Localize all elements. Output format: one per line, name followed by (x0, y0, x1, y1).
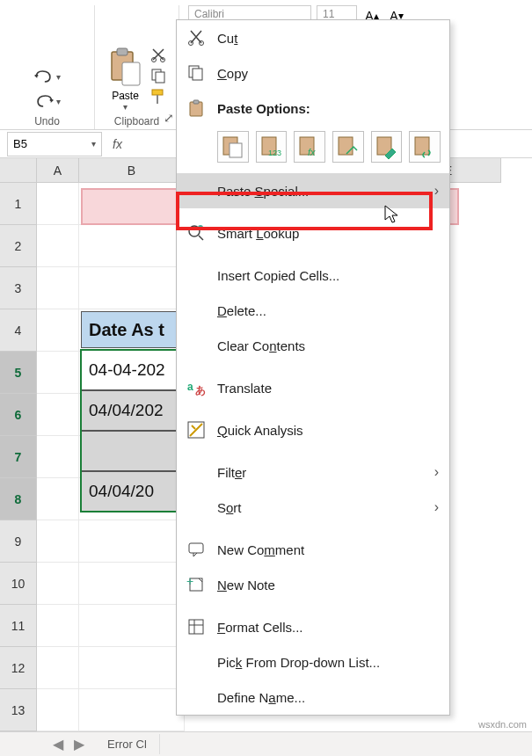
svg-text:123: 123 (268, 149, 281, 157)
row-header[interactable]: 13 (0, 689, 37, 731)
translate-icon: aあ (186, 377, 207, 398)
menu-format-cells[interactable]: Format Cells... (177, 609, 449, 644)
menu-paste-options-label: Paste Options: (177, 91, 449, 126)
menu-paste-special[interactable]: Paste Special... › (177, 173, 449, 208)
row-header[interactable]: 7 (0, 436, 37, 478)
quick-analysis-icon (186, 419, 207, 440)
chevron-right-icon: › (434, 183, 439, 199)
menu-filter[interactable]: Filter › (177, 454, 449, 490)
menu-insert-copied[interactable]: Insert Copied Cells... (177, 258, 449, 293)
name-box[interactable]: B5 ▾ (7, 132, 102, 156)
paste-opt-link[interactable] (409, 131, 441, 163)
row-header[interactable]: 6 (0, 394, 37, 436)
menu-cut[interactable]: Cut (177, 20, 449, 55)
menu-smart-lookup[interactable]: Smart Lookup (177, 215, 449, 251)
svg-rect-12 (193, 69, 202, 80)
row-header[interactable]: 8 (0, 478, 37, 520)
row-header[interactable]: 11 (0, 605, 37, 647)
menu-delete[interactable]: Delete... (177, 293, 449, 328)
undo-group-label: Undo (34, 115, 60, 127)
svg-rect-32 (189, 620, 203, 634)
col-header[interactable]: B (79, 158, 185, 183)
cut-icon[interactable] (149, 46, 167, 63)
menu-sort[interactable]: Sort › (177, 490, 449, 525)
row-header[interactable]: 5 (0, 352, 37, 394)
paste-opt-all[interactable] (217, 131, 249, 163)
fx-icon[interactable]: fx (113, 137, 122, 151)
svg-rect-8 (157, 95, 158, 104)
tab-nav-prev-icon[interactable]: ◀ (53, 736, 63, 752)
dialog-launcher-icon[interactable]: ⤢ (164, 111, 174, 125)
paste-opt-transpose[interactable] (332, 131, 364, 163)
svg-text:あ: あ (195, 384, 206, 396)
paste-button[interactable]: Paste ▾ (107, 46, 144, 112)
row-header[interactable]: 9 (0, 520, 37, 563)
row-header[interactable]: 12 (0, 647, 37, 689)
svg-rect-21 (339, 137, 353, 155)
svg-rect-23 (415, 137, 429, 155)
svg-rect-1 (117, 48, 128, 55)
row-header[interactable]: 3 (0, 267, 37, 309)
chevron-down-icon[interactable]: ▾ (56, 97, 61, 106)
search-icon (186, 222, 207, 244)
chevron-down-icon[interactable]: ▾ (123, 102, 128, 112)
svg-text:+: + (186, 575, 193, 588)
tab-nav-next-icon[interactable]: ▶ (74, 736, 84, 752)
row-header[interactable]: 2 (0, 225, 37, 267)
copy-icon[interactable] (149, 67, 167, 84)
note-icon: + (186, 574, 207, 595)
row-header[interactable]: 10 (0, 563, 37, 605)
row-header[interactable]: 4 (0, 309, 37, 352)
menu-clear-contents[interactable]: Clear Contents (177, 328, 449, 363)
menu-translate[interactable]: aあ Translate (177, 370, 449, 405)
paste-options-row: 123 fx (177, 126, 449, 173)
svg-text:fx: fx (308, 147, 316, 157)
svg-rect-29 (189, 543, 203, 553)
menu-quick-analysis[interactable]: Quick Analysis (177, 412, 449, 447)
svg-rect-6 (156, 72, 164, 83)
undo-icon[interactable] (33, 66, 55, 87)
ribbon-group-undo: ▾ ▾ Undo (0, 5, 95, 129)
svg-rect-16 (230, 143, 242, 157)
sheet-tab[interactable]: Error Cl (95, 734, 160, 754)
copy-icon (186, 62, 207, 84)
context-menu: Cut Copy Paste Options: 123 fx Paste Spe… (176, 19, 450, 716)
svg-rect-2 (122, 62, 140, 85)
menu-copy[interactable]: Copy (177, 55, 449, 91)
format-cells-icon (186, 616, 207, 637)
svg-point-25 (198, 225, 203, 230)
chevron-right-icon: › (434, 464, 439, 480)
menu-pick-dropdown[interactable]: Pick From Drop-down List... (177, 644, 449, 680)
watermark: wsxdn.com (478, 719, 527, 730)
paste-opt-values[interactable]: 123 (256, 131, 288, 163)
paste-opt-formulas[interactable]: fx (294, 131, 325, 163)
svg-rect-14 (193, 100, 199, 104)
clipboard-icon (186, 98, 207, 119)
paste-opt-formatting[interactable] (371, 131, 403, 163)
chevron-down-icon[interactable]: ▾ (56, 72, 61, 82)
menu-new-comment[interactable]: New Comment (177, 532, 449, 567)
svg-rect-7 (152, 90, 163, 95)
redo-icon[interactable] (33, 91, 55, 112)
cut-icon (186, 27, 207, 48)
select-all[interactable] (0, 158, 37, 183)
format-painter-icon[interactable] (149, 88, 167, 105)
sheet-tabs: ◀ ▶ Error Cl (0, 731, 532, 756)
menu-define-name[interactable]: Define Name... (177, 680, 449, 715)
col-header[interactable]: A (37, 158, 79, 183)
clipboard-group-label: Clipboard (114, 115, 159, 127)
menu-new-note[interactable]: + New Note (177, 567, 449, 602)
chevron-right-icon: › (434, 499, 439, 515)
comment-icon (186, 539, 207, 560)
row-header[interactable]: 1 (0, 183, 37, 225)
svg-text:a: a (187, 381, 193, 393)
chevron-down-icon[interactable]: ▾ (91, 139, 96, 149)
